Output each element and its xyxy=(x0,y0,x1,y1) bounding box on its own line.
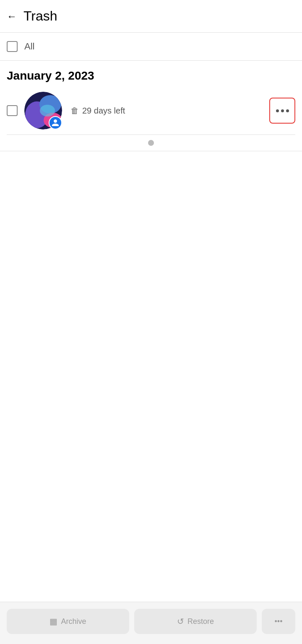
spacer xyxy=(0,151,302,602)
trash-icon: 🗑 xyxy=(70,106,79,116)
list-item: 🗑 29 days left xyxy=(0,87,302,134)
person-icon xyxy=(51,119,60,127)
user-badge xyxy=(49,116,62,129)
archive-icon: ▦ xyxy=(49,616,57,626)
more-button[interactable] xyxy=(269,98,295,124)
dot-indicator xyxy=(148,140,154,146)
dot-2 xyxy=(281,109,284,112)
back-button[interactable]: ← xyxy=(7,10,17,22)
more-dots xyxy=(276,109,289,112)
dot-3 xyxy=(286,109,289,112)
toolbar-more-button[interactable]: ••• xyxy=(262,609,295,634)
page-title: Trash xyxy=(23,8,57,24)
archive-label: Archive xyxy=(61,617,86,626)
dot-indicator-row xyxy=(0,135,302,151)
archive-button[interactable]: ▦ Archive xyxy=(7,609,129,634)
days-left-text: 29 days left xyxy=(82,106,125,116)
select-all-row: All xyxy=(0,33,302,61)
date-header: January 2, 2023 xyxy=(0,61,302,87)
bottom-toolbar: ▦ Archive ↺ Restore ••• xyxy=(0,602,302,644)
restore-label: Restore xyxy=(187,617,214,626)
item-info: 🗑 29 days left xyxy=(70,106,269,116)
dot-1 xyxy=(276,109,279,112)
avatar xyxy=(24,92,62,129)
select-all-label: All xyxy=(24,41,34,52)
select-all-checkbox[interactable] xyxy=(7,41,18,52)
restore-icon: ↺ xyxy=(177,616,184,626)
item-checkbox[interactable] xyxy=(7,105,18,116)
restore-button[interactable]: ↺ Restore xyxy=(134,609,257,634)
back-icon: ← xyxy=(7,10,17,22)
header: ← Trash xyxy=(0,0,302,33)
svg-point-5 xyxy=(40,105,55,116)
toolbar-more-dots: ••• xyxy=(275,617,283,626)
